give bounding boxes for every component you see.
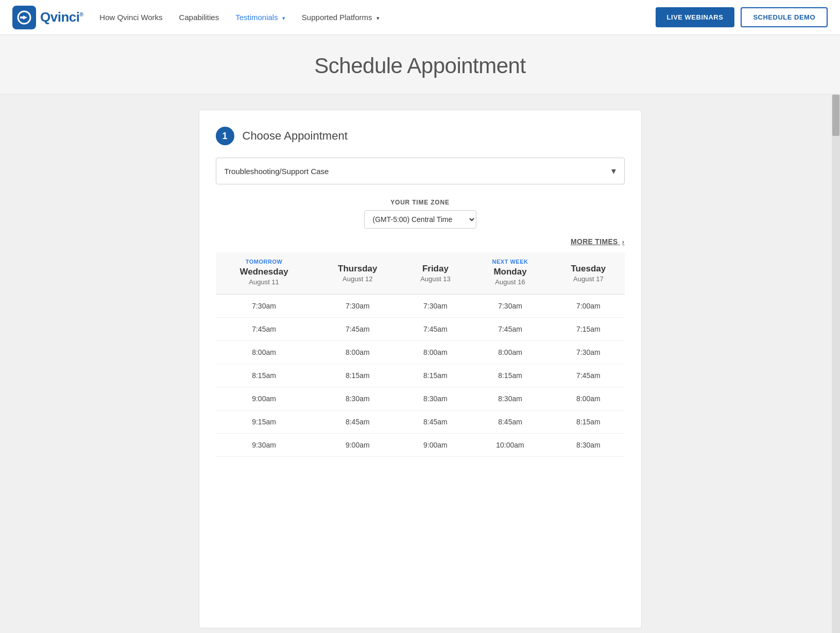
step-title: Choose Appointment [243, 129, 348, 143]
time-slot[interactable]: 7:45am [216, 318, 315, 341]
time-slot[interactable]: 8:15am [216, 364, 315, 387]
nav-testimonials[interactable]: Testimonials ▾ [235, 13, 285, 22]
schedule-demo-button[interactable]: SCHEDULE DEMO [741, 7, 828, 27]
time-slot[interactable]: 7:30am [401, 295, 470, 318]
dropdown-label: Troubleshooting/Support Case [225, 167, 329, 176]
timezone-select[interactable]: (GMT-5:00) Central Time [364, 210, 476, 229]
time-row: 9:30am9:00am9:00am10:00am8:30am [216, 434, 625, 457]
time-slot[interactable]: 9:30am [216, 434, 315, 457]
time-row: 9:15am8:45am8:45am8:45am8:15am [216, 410, 625, 434]
column-day: Friday [405, 264, 466, 274]
time-slot[interactable]: 8:30am [470, 387, 550, 410]
time-slot[interactable]: 7:45am [315, 318, 401, 341]
time-slot[interactable]: 9:15am [216, 410, 315, 434]
time-slot[interactable]: 8:45am [470, 410, 550, 434]
time-slot[interactable]: 8:00am [401, 341, 470, 364]
appointment-type-dropdown[interactable]: Troubleshooting/Support Case ▾ [216, 158, 625, 184]
chevron-down-icon: ▾ [611, 165, 616, 177]
timezone-label: YOUR TIME ZONE [216, 199, 625, 206]
live-webinars-button[interactable]: LIVE WEBINARS [656, 7, 735, 27]
time-slot[interactable]: 7:45am [550, 364, 624, 387]
time-slot[interactable]: 8:00am [216, 341, 315, 364]
calendar-column-header: ThursdayAugust 12 [315, 252, 401, 295]
column-day: Monday [474, 267, 546, 277]
step-badge: 1 [216, 127, 234, 145]
time-slot[interactable]: 8:45am [401, 410, 470, 434]
scrollbar-thumb[interactable] [832, 95, 839, 136]
calendar-column-header: NEXT WEEKMondayAugust 16 [470, 252, 550, 295]
chevron-down-icon: ▾ [376, 15, 380, 21]
time-slot[interactable]: 8:30am [315, 387, 401, 410]
column-tag: NEXT WEEK [474, 259, 546, 265]
svg-rect-1 [20, 16, 23, 19]
appointment-card: 1 Choose Appointment Troubleshooting/Sup… [199, 110, 642, 628]
logo-icon [12, 6, 36, 29]
time-slot[interactable]: 7:45am [401, 318, 470, 341]
time-slot[interactable]: 7:30am [315, 295, 401, 318]
time-slot[interactable]: 8:15am [550, 410, 624, 434]
time-row: 7:30am7:30am7:30am7:30am7:00am [216, 295, 625, 318]
time-slot[interactable]: 9:00am [216, 387, 315, 410]
calendar-column-header: TOMORROWWednesdayAugust 11 [216, 252, 315, 295]
arrow-right-icon: › [622, 238, 625, 246]
logo-text: Qvinci® [40, 9, 83, 25]
time-slot[interactable]: 8:30am [401, 387, 470, 410]
column-tag: TOMORROW [218, 259, 311, 265]
time-slot[interactable]: 7:30am [550, 341, 624, 364]
page-title-section: Schedule Appointment [0, 35, 840, 94]
nav-supported-platforms[interactable]: Supported Platforms ▾ [302, 13, 380, 22]
column-day: Wednesday [218, 267, 311, 277]
time-slot[interactable]: 8:00am [470, 341, 550, 364]
time-row: 7:45am7:45am7:45am7:45am7:15am [216, 318, 625, 341]
time-slot[interactable]: 9:00am [401, 434, 470, 457]
time-slot[interactable]: 7:30am [470, 295, 550, 318]
time-slot[interactable]: 9:00am [315, 434, 401, 457]
calendar-column-header: TuesdayAugust 17 [550, 252, 624, 295]
time-row: 8:15am8:15am8:15am8:15am7:45am [216, 364, 625, 387]
time-slot[interactable]: 10:00am [470, 434, 550, 457]
step-header: 1 Choose Appointment [216, 127, 625, 145]
time-row: 9:00am8:30am8:30am8:30am8:00am [216, 387, 625, 410]
time-slot[interactable]: 8:15am [470, 364, 550, 387]
time-slot[interactable]: 7:00am [550, 295, 624, 318]
more-times-link[interactable]: MORE TIMES › [571, 237, 625, 246]
time-slot[interactable]: 7:30am [216, 295, 315, 318]
time-slot[interactable]: 8:15am [401, 364, 470, 387]
calendar-column-header: FridayAugust 13 [401, 252, 470, 295]
nav-links: How Qvinci Works Capabilities Testimonia… [99, 13, 655, 22]
logo[interactable]: Qvinci® [12, 6, 83, 29]
nav-capabilities[interactable]: Capabilities [179, 13, 219, 22]
nav-how-it-works[interactable]: How Qvinci Works [99, 13, 162, 22]
column-date: August 16 [474, 278, 546, 286]
column-date: August 11 [218, 278, 311, 286]
time-slot[interactable]: 8:30am [550, 434, 624, 457]
scrollbar[interactable] [832, 94, 840, 633]
time-slot[interactable]: 8:00am [550, 387, 624, 410]
column-day: Thursday [319, 264, 397, 274]
nav-buttons: LIVE WEBINARS SCHEDULE DEMO [656, 7, 828, 27]
more-times-row: MORE TIMES › [216, 237, 625, 246]
navbar: Qvinci® How Qvinci Works Capabilities Te… [0, 0, 840, 35]
time-slot[interactable]: 8:15am [315, 364, 401, 387]
time-row: 8:00am8:00am8:00am8:00am7:30am [216, 341, 625, 364]
time-slot[interactable]: 8:00am [315, 341, 401, 364]
time-slot[interactable]: 8:45am [315, 410, 401, 434]
timezone-section: YOUR TIME ZONE (GMT-5:00) Central Time [216, 199, 625, 229]
time-slot[interactable]: 7:45am [470, 318, 550, 341]
calendar-table: TOMORROWWednesdayAugust 11ThursdayAugust… [216, 252, 625, 457]
column-date: August 12 [319, 275, 397, 283]
column-date: August 17 [554, 275, 622, 283]
column-date: August 13 [405, 275, 466, 283]
time-slot[interactable]: 7:15am [550, 318, 624, 341]
chevron-down-icon: ▾ [282, 15, 285, 21]
page-title: Schedule Appointment [0, 54, 840, 78]
column-day: Tuesday [554, 264, 622, 274]
main-content: 1 Choose Appointment Troubleshooting/Sup… [0, 94, 840, 633]
